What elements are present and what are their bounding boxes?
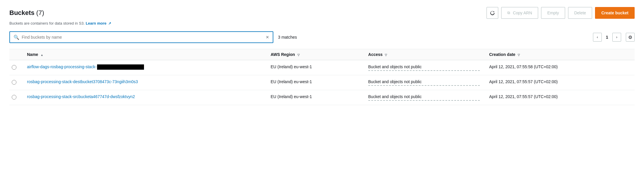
create-bucket-label: Create bucket bbox=[601, 11, 628, 15]
th-select bbox=[9, 49, 22, 60]
row-2-creation-date: April 12, 2021, 07:55:57 (UTC+02:00) bbox=[484, 75, 635, 90]
search-input[interactable]: rosbag bbox=[22, 35, 263, 40]
table-header-row: Name ▲ AWS Region ▽ Access ▽ Creation da… bbox=[9, 49, 635, 60]
empty-button[interactable]: Empty bbox=[541, 7, 565, 19]
radio-row-2[interactable] bbox=[12, 80, 16, 85]
search-box: 🔍 rosbag ✕ bbox=[9, 31, 273, 43]
redacted-name-block bbox=[97, 64, 144, 70]
bucket-link-3[interactable]: rosbag-processing-stack-srcbucketa467747… bbox=[27, 94, 135, 99]
search-clear-button[interactable]: ✕ bbox=[266, 35, 269, 40]
current-page: 1 bbox=[604, 35, 610, 40]
external-link-icon: ↗ bbox=[108, 21, 111, 25]
settings-button[interactable]: ⚙ bbox=[626, 33, 635, 42]
search-row: 🔍 rosbag ✕ 3 matches ‹ 1 › ⚙ bbox=[9, 31, 635, 43]
row-2-region: EU (Ireland) eu-west-1 bbox=[266, 75, 364, 90]
row-1-select bbox=[9, 60, 22, 75]
create-bucket-button[interactable]: Create bucket bbox=[595, 7, 635, 19]
row-3-name: rosbag-processing-stack-srcbucketa467747… bbox=[22, 90, 266, 105]
bucket-count: (7) bbox=[36, 9, 44, 17]
th-access[interactable]: Access ▽ bbox=[364, 49, 484, 60]
row-1-region: EU (Ireland) eu-west-1 bbox=[266, 60, 364, 75]
table-row: rosbag-processing-stack-destbucket370847… bbox=[9, 75, 635, 90]
th-creation-date[interactable]: Creation date ▽ bbox=[484, 49, 635, 60]
table-row: rosbag-processing-stack-srcbucketa467747… bbox=[9, 90, 635, 105]
delete-button[interactable]: Delete bbox=[568, 7, 592, 19]
copy-arn-label: Copy ARN bbox=[513, 11, 532, 15]
row-1-name: airflow-dags-rosbag-processing-stack- bbox=[22, 60, 266, 75]
row-3-creation-date: April 12, 2021, 07:55:57 (UTC+02:00) bbox=[484, 90, 635, 105]
next-page-button[interactable]: › bbox=[612, 33, 621, 42]
copy-arn-button[interactable]: ⧉ Copy ARN bbox=[501, 7, 538, 19]
delete-label: Delete bbox=[574, 11, 586, 15]
row-2-select bbox=[9, 75, 22, 90]
row-2-access: Bucket and objects not public bbox=[364, 75, 484, 90]
search-icon: 🔍 bbox=[13, 35, 19, 40]
prev-page-button[interactable]: ‹ bbox=[593, 33, 602, 42]
toolbar: ⧉ Copy ARN Empty Delete Create bucket bbox=[487, 7, 635, 19]
access-sort-icon: ▽ bbox=[385, 53, 387, 57]
subtitle: Buckets are containers for data stored i… bbox=[9, 21, 635, 25]
row-3-select bbox=[9, 90, 22, 105]
row-3-region: EU (Ireland) eu-west-1 bbox=[266, 90, 364, 105]
settings-icon: ⚙ bbox=[628, 35, 632, 40]
pagination: ‹ 1 › ⚙ bbox=[593, 33, 635, 42]
prev-icon: ‹ bbox=[597, 35, 598, 39]
learn-more-link[interactable]: Learn more ↗ bbox=[86, 21, 111, 25]
page-title: Buckets bbox=[9, 9, 35, 17]
radio-row-1[interactable] bbox=[12, 65, 16, 70]
table-row: airflow-dags-rosbag-processing-stack-EU … bbox=[9, 60, 635, 75]
row-1-access: Bucket and objects not public bbox=[364, 60, 484, 75]
radio-row-3[interactable] bbox=[12, 95, 16, 100]
next-icon: › bbox=[616, 35, 617, 39]
bucket-link-1[interactable]: airflow-dags-rosbag-processing-stack- bbox=[27, 64, 144, 69]
refresh-button[interactable] bbox=[487, 7, 498, 19]
row-3-access: Bucket and objects not public bbox=[364, 90, 484, 105]
copy-icon: ⧉ bbox=[507, 11, 510, 15]
name-sort-icon: ▲ bbox=[40, 53, 43, 57]
row-1-creation-date: April 12, 2021, 07:55:58 (UTC+02:00) bbox=[484, 60, 635, 75]
creation-sort-icon: ▽ bbox=[518, 53, 520, 57]
bucket-link-2[interactable]: rosbag-processing-stack-destbucket370847… bbox=[27, 79, 138, 84]
matches-text: 3 matches bbox=[278, 35, 297, 40]
row-2-name: rosbag-processing-stack-destbucket370847… bbox=[22, 75, 266, 90]
region-sort-icon: ▽ bbox=[297, 53, 300, 57]
th-region[interactable]: AWS Region ▽ bbox=[266, 49, 364, 60]
empty-label: Empty bbox=[547, 11, 559, 15]
th-name[interactable]: Name ▲ bbox=[22, 49, 266, 60]
buckets-table: Name ▲ AWS Region ▽ Access ▽ Creation da… bbox=[9, 49, 635, 105]
